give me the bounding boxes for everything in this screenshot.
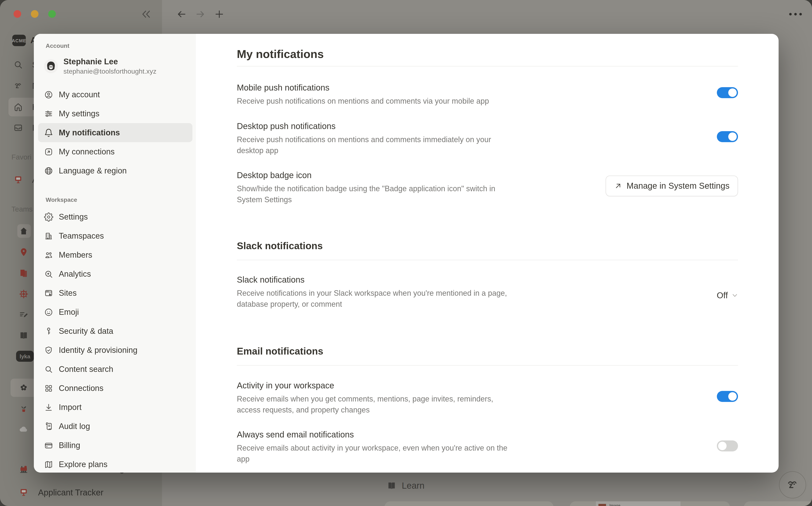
settings-nav-label: My account [59, 90, 100, 99]
app-window: Learn Image Upload or embed with a link … [0, 0, 812, 506]
setting-row-always-send-email-notifications: Always send email notificationsReceive e… [237, 430, 738, 465]
activity-in-your-workspace-toggle[interactable] [717, 391, 738, 402]
always-send-email-notifications-toggle[interactable] [717, 440, 738, 451]
setting-row-mobile-push-notifications: Mobile push notificationsReceive push no… [237, 83, 738, 107]
mobile-push-notifications-toggle[interactable] [717, 87, 738, 98]
settings-nav-label: Language & region [59, 166, 127, 175]
open-book-icon [19, 330, 29, 341]
settings-nav-label: Connections [59, 384, 103, 393]
settings-nav-label: Security & data [59, 326, 113, 336]
settings-nav-language-region[interactable]: Language & region [38, 161, 192, 180]
account-section-label: Account [46, 42, 196, 49]
learn-label: Learn [402, 481, 424, 491]
books-icon [19, 268, 29, 278]
sites-icon [44, 288, 53, 298]
inbox-icon [13, 123, 23, 133]
map-icon [44, 460, 53, 469]
settings-nav-label: Settings [59, 212, 88, 222]
workspace-section-label: Workspace [46, 196, 196, 203]
emoji-icon [44, 307, 53, 317]
settings-nav-emoji[interactable]: Emoji [38, 303, 192, 322]
card-caption-title: Image [609, 503, 620, 506]
setting-row-slack-notifications: Slack notificationsReceive notifications… [237, 275, 738, 310]
setting-description: Receive push notifications on mentions a… [237, 134, 510, 156]
settings-nav-label: My settings [59, 109, 99, 118]
settings-nav-analytics[interactable]: Analytics [38, 264, 192, 283]
settings-nav-content-search[interactable]: Content search [38, 360, 192, 378]
settings-nav-identity-provisioning[interactable]: Identity & provisioning [38, 341, 192, 360]
desktop-push-notifications-toggle[interactable] [717, 131, 738, 142]
settings-nav-my-notifications[interactable]: My notifications [38, 123, 192, 142]
search-icon [44, 364, 53, 374]
settings-nav-label: Emoji [59, 307, 79, 317]
bg-item-a: A [0, 170, 38, 189]
plant-icon [19, 403, 29, 413]
setting-description: Receive notifications in your Slack work… [237, 288, 510, 310]
setting-title: Desktop push notifications [237, 121, 738, 131]
settings-nav-my-settings[interactable]: My settings [38, 104, 192, 123]
settings-nav-security-data[interactable]: Security & data [38, 322, 192, 341]
settings-nav-explore-plans[interactable]: Explore plans [38, 455, 192, 473]
gear-icon [44, 212, 53, 222]
bg-item-lyka: lyka [0, 347, 34, 365]
settings-nav-my-connections[interactable]: My connections [38, 142, 192, 161]
learn-card: Image Upload or embed with a link [570, 501, 730, 506]
settings-sidebar: Account Stephanie Lee stephanie@toolsfor… [34, 34, 196, 473]
setting-title: Activity in your workspace [237, 381, 738, 391]
settings-nav-label: Import [59, 403, 82, 412]
key-icon [44, 326, 53, 336]
settings-nav-connections[interactable]: Connections [38, 378, 192, 398]
settings-nav-members[interactable]: Members [38, 245, 192, 264]
settings-nav-label: Billing [59, 441, 80, 450]
toggle-knob [728, 133, 737, 141]
card-thumbnail-image [598, 504, 606, 506]
settings-nav-label: My connections [59, 147, 115, 156]
settings-nav-settings[interactable]: Settings [38, 207, 192, 226]
setting-row-desktop-badge-icon: Desktop badge iconShow/hide the notifica… [237, 170, 738, 205]
settings-nav-my-account[interactable]: My account [38, 85, 192, 104]
setting-description: Receive push notifications on mentions a… [237, 96, 510, 107]
bg-item-pin [0, 243, 29, 261]
back-arrow-icon [176, 9, 187, 19]
favorites-section-label: Favori [11, 153, 31, 162]
divider [237, 365, 738, 365]
minimize-button[interactable] [31, 10, 38, 18]
new-tab-icon [214, 9, 224, 19]
chevron-down-icon [732, 292, 738, 299]
settings-nav-sites[interactable]: Sites [38, 283, 192, 303]
settings-nav-import[interactable]: Import [38, 398, 192, 417]
settings-nav-audit-log[interactable]: Audit log [38, 417, 192, 436]
lyka-teamspace-badge: lyka [16, 351, 34, 362]
close-button[interactable] [13, 10, 21, 18]
settings-nav-label: Identity & provisioning [59, 345, 137, 355]
learn-card [385, 501, 553, 506]
setting-description: Receive emails about activity in your wo… [237, 442, 510, 465]
workspace-logo-badge: ACME [12, 35, 26, 46]
dropdown-value: Off [717, 291, 728, 301]
house-icon [19, 226, 29, 236]
bg-item-i: I [0, 118, 34, 137]
setting-description: Show/hide the notification badge using t… [237, 183, 510, 205]
settings-nav-billing[interactable]: Billing [38, 436, 192, 455]
settings-content: My notificationsMobile push notification… [196, 34, 779, 473]
zoom-button[interactable] [48, 10, 56, 18]
setting-title: Mobile push notifications [237, 83, 738, 93]
import-icon [44, 403, 53, 412]
bg-item-cloud [0, 420, 29, 438]
settings-dialog: Account Stephanie Lee stephanie@toolsfor… [34, 34, 779, 473]
button-label: Manage in System Settings [626, 181, 729, 191]
members-icon [44, 250, 53, 260]
more-ellipsis-icon [787, 9, 804, 19]
page-title: My notifications [237, 48, 324, 61]
setting-title: Always send email notifications [237, 430, 738, 440]
settings-nav-teamspaces[interactable]: Teamspaces [38, 226, 192, 245]
bg-item-compose [0, 306, 29, 324]
ai-face-icon [13, 81, 23, 91]
bg-item-plant [0, 399, 29, 418]
slack-notifications-dropdown[interactable]: Off [717, 291, 738, 301]
manage-in-system-settings-button[interactable]: Manage in System Settings [605, 176, 738, 196]
sliders-icon [44, 109, 53, 118]
open-book-icon [387, 481, 397, 491]
compose-icon [19, 310, 29, 320]
bg-item-books [0, 264, 29, 282]
